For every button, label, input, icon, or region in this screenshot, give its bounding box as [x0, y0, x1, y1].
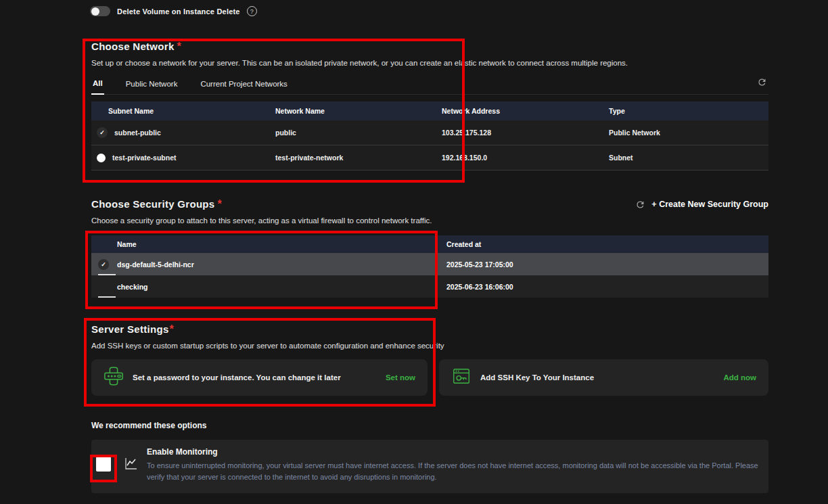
- enable-monitoring-title: Enable Monitoring: [147, 447, 766, 457]
- create-server-page: Delete Volume on Instance Delete ? Choos…: [0, 0, 828, 504]
- type-cell: Subnet: [609, 154, 768, 162]
- network-table-header: Subnet Name Network Name Network Address…: [91, 101, 768, 120]
- security-group-name-cell: dsg-default-5-delhi-ncr: [117, 260, 446, 269]
- table-row[interactable]: checking 2025-06-23 16:06:00: [91, 275, 768, 298]
- security-table-header: Name Created at: [91, 235, 768, 253]
- add-now-button[interactable]: Add now: [723, 373, 756, 382]
- recommended-options-section: We recommend these options Enable Monito…: [91, 421, 768, 493]
- table-row[interactable]: ✓ dsg-default-5-delhi-ncr 2025-05-23 17:…: [91, 253, 768, 275]
- server-settings-section: Server Settings* Add SSH keys or custom …: [91, 323, 768, 396]
- line-chart-icon: [123, 456, 138, 471]
- tab-current-project-networks[interactable]: Current Project Networks: [199, 80, 288, 94]
- server-settings-title: Server Settings: [91, 323, 169, 335]
- required-asterisk: *: [170, 323, 174, 335]
- security-refresh-button[interactable]: [635, 200, 645, 210]
- required-asterisk: *: [177, 41, 181, 52]
- checkbox-unchecked-icon[interactable]: [97, 154, 106, 162]
- server-settings-description: Add SSH keys or custom startup scripts t…: [91, 342, 768, 350]
- ssh-key-icon: [451, 366, 472, 389]
- enable-monitoring-description: To ensure uninterrupted monitoring, your…: [147, 460, 766, 482]
- enable-monitoring-checkbox[interactable]: [96, 457, 111, 472]
- security-section-description: Choose a security group to attach to thi…: [91, 216, 768, 225]
- tab-public-network[interactable]: Public Network: [124, 80, 179, 94]
- network-section-title: Choose Network: [91, 41, 175, 52]
- set-password-card[interactable]: Set a password to your instance. You can…: [91, 359, 428, 396]
- subnet-name-cell: subnet-public: [114, 129, 161, 137]
- row-check-underline: [98, 296, 116, 298]
- column-header-name: Name: [117, 240, 446, 248]
- network-name-cell: public: [275, 129, 442, 137]
- security-groups-table: Name Created at ✓ dsg-default-5-delhi-nc…: [91, 235, 768, 298]
- help-icon[interactable]: ?: [247, 6, 257, 16]
- refresh-icon: [635, 202, 645, 212]
- choose-security-groups-section: Choose Security Groups* + Create New Sec…: [91, 198, 768, 298]
- add-ssh-key-text: Add SSH Key To Your Instance: [480, 373, 594, 382]
- network-table: Subnet Name Network Name Network Address…: [91, 101, 768, 170]
- column-header-type: Type: [609, 107, 768, 115]
- create-security-group-link[interactable]: + Create New Security Group: [651, 200, 768, 209]
- column-header-network-address: Network Address: [442, 107, 609, 115]
- network-tabs: All Public Network Current Project Netwo…: [91, 76, 768, 95]
- network-refresh-button[interactable]: [757, 77, 767, 87]
- delete-volume-toggle[interactable]: [90, 6, 110, 16]
- choose-network-section: Choose Network* Set up or choose a netwo…: [91, 41, 768, 170]
- table-row[interactable]: ✓ subnet-public public 103.25.175.128 Pu…: [91, 120, 768, 145]
- network-name-cell: test-private-network: [275, 154, 442, 162]
- enable-monitoring-card: Enable Monitoring To ensure uninterrupte…: [91, 440, 768, 493]
- created-at-cell: 2025-05-23 17:05:00: [446, 260, 768, 269]
- required-asterisk: *: [217, 198, 221, 210]
- checkbox-checked-icon[interactable]: ✓: [98, 259, 109, 270]
- created-at-cell: 2025-06-23 16:06:00: [446, 283, 768, 291]
- password-icon: [104, 366, 124, 389]
- refresh-icon: [757, 79, 767, 89]
- add-ssh-key-card[interactable]: Add SSH Key To Your Instance Add now: [439, 359, 768, 396]
- checkbox-checked-icon[interactable]: ✓: [97, 127, 108, 138]
- set-password-text: Set a password to your instance. You can…: [133, 373, 341, 382]
- subnet-name-cell: test-private-subnet: [112, 154, 177, 162]
- delete-volume-toggle-label: Delete Volume on Instance Delete: [117, 7, 240, 16]
- table-row[interactable]: test-private-subnet test-private-network…: [91, 145, 768, 170]
- column-header-created-at: Created at: [446, 240, 768, 248]
- column-header-network-name: Network Name: [275, 107, 442, 115]
- recommend-heading: We recommend these options: [91, 421, 768, 430]
- toggle-knob: [91, 7, 99, 16]
- network-address-cell: 103.25.175.128: [442, 129, 609, 137]
- network-section-description: Set up or choose a network for your serv…: [91, 59, 768, 67]
- type-cell: Public Network: [609, 129, 768, 137]
- column-header-subnet-name: Subnet Name: [91, 107, 275, 115]
- network-address-cell: 192.168.150.0: [442, 154, 609, 162]
- set-now-button[interactable]: Set now: [386, 373, 415, 382]
- security-group-name-cell: checking: [117, 283, 446, 291]
- delete-volume-toggle-row: Delete Volume on Instance Delete ?: [90, 6, 257, 16]
- security-section-title: Choose Security Groups: [91, 198, 214, 210]
- tab-all[interactable]: All: [91, 79, 104, 95]
